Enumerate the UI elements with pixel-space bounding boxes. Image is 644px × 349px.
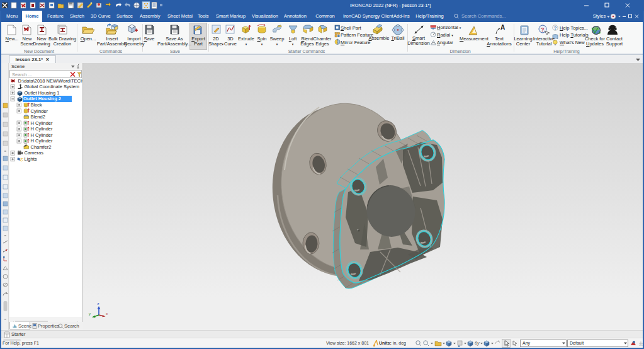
svg-text:?: ?	[554, 25, 557, 31]
svg-text:y: y	[89, 312, 91, 316]
svg-text:?: ?	[541, 26, 545, 33]
svg-text:A: A	[500, 24, 505, 31]
svg-text:6y: 6y	[475, 341, 480, 346]
svg-text:z: z	[98, 302, 99, 306]
svg-text:x: x	[106, 312, 108, 316]
